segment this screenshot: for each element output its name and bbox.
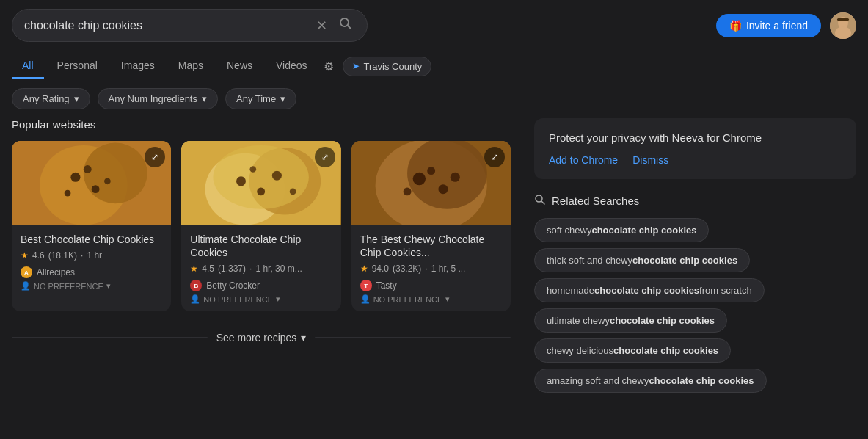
avatar[interactable] bbox=[830, 12, 856, 39]
see-more-row: See more recipes ▾ bbox=[12, 323, 511, 352]
see-more-label: See more recipes bbox=[216, 332, 297, 344]
divider-left bbox=[12, 337, 208, 338]
person-icon-1: 👤 bbox=[21, 281, 31, 291]
tab-images[interactable]: Images bbox=[111, 54, 165, 79]
related-chip-6[interactable]: amazing soft and chewy chocolate chip co… bbox=[534, 369, 767, 393]
svg-point-8 bbox=[84, 143, 147, 204]
recipe-source-1: A Allrecipes bbox=[21, 266, 162, 278]
recipe-image-3: ⤢ bbox=[351, 141, 511, 225]
svg-rect-5 bbox=[837, 18, 849, 21]
rating-dot-1: · bbox=[81, 250, 83, 261]
right-column: Protect your privacy with Neeva for Chro… bbox=[511, 118, 856, 393]
expand-button-3[interactable]: ⤢ bbox=[484, 147, 505, 167]
recipe-card-1[interactable]: ⤢ Best Chocolate Chip Cookies ★ 4.6 (18.… bbox=[12, 141, 171, 311]
no-pref-2[interactable]: 👤 NO PREFERENCE ▾ bbox=[190, 294, 332, 304]
tab-news[interactable]: News bbox=[216, 54, 263, 79]
chevron-2: ▾ bbox=[276, 294, 280, 304]
star-icon-2: ★ bbox=[190, 264, 198, 274]
header: ✕ 🎁 Invite a friend bbox=[0, 0, 868, 51]
privacy-box: Protect your privacy with Neeva for Chro… bbox=[534, 118, 856, 179]
add-to-chrome-link[interactable]: Add to Chrome bbox=[549, 154, 618, 166]
privacy-actions: Add to Chrome Dismiss bbox=[549, 154, 842, 166]
svg-point-29 bbox=[403, 187, 411, 195]
expand-button-2[interactable]: ⤢ bbox=[315, 147, 335, 167]
search-input[interactable] bbox=[24, 19, 307, 32]
avatar-image bbox=[830, 12, 856, 39]
recipe-title-3: The Best Chewy Chocolate Chip Cookies... bbox=[360, 233, 502, 259]
related-chip-6-prefix: amazing soft and chewy bbox=[547, 375, 649, 386]
related-searches-section: Related Searches soft chewy chocolate ch… bbox=[534, 194, 856, 393]
recipe-rating-3: ★ 94.0 (33.2K) · 1 hr, 5 ... bbox=[360, 264, 502, 274]
chevron-1: ▾ bbox=[106, 281, 111, 291]
svg-point-9 bbox=[70, 173, 80, 182]
chevron-down-icon-3: ▾ bbox=[280, 93, 285, 104]
svg-point-27 bbox=[438, 184, 448, 194]
rating-dot-3: · bbox=[425, 264, 427, 274]
related-chip-6-bold: chocolate chip cookies bbox=[649, 375, 754, 386]
recipe-card-3[interactable]: ⤢ The Best Chewy Chocolate Chip Cookies.… bbox=[351, 141, 511, 311]
recipe-card-2[interactable]: ⤢ Ultimate Chocolate Chip Cookies ★ 4.5 … bbox=[181, 141, 340, 311]
filter-icon[interactable]: ⚙ bbox=[324, 59, 334, 73]
related-chip-5[interactable]: chewy delicious chocolate chip cookies bbox=[534, 338, 731, 363]
recipe-title-2: Ultimate Chocolate Chip Cookies bbox=[190, 233, 332, 259]
invite-label: Invite a friend bbox=[746, 20, 808, 32]
location-arrow-icon: ➤ bbox=[352, 61, 360, 71]
recipe-time-1: 1 hr bbox=[87, 250, 102, 261]
left-column: Popular websites ⤢ bbox=[12, 118, 511, 393]
recipe-rating-2: ★ 4.5 (1,337) · 1 hr, 30 m... bbox=[190, 264, 332, 274]
search-button[interactable] bbox=[336, 15, 355, 35]
invite-friend-button[interactable]: 🎁 Invite a friend bbox=[716, 14, 821, 37]
svg-point-30 bbox=[450, 173, 459, 182]
source-icon-3: T bbox=[360, 280, 372, 291]
related-chip-2[interactable]: thick soft and chewy chocolate chip cook… bbox=[534, 248, 750, 272]
recipe-card-body-3: The Best Chewy Chocolate Chip Cookies...… bbox=[351, 225, 511, 311]
time-filter[interactable]: Any Time ▾ bbox=[225, 88, 296, 109]
recipe-rating-1: ★ 4.6 (18.1K) · 1 hr bbox=[21, 250, 162, 261]
source-icon-2: B bbox=[190, 280, 202, 291]
related-chip-3-bold: chocolate chip cookies bbox=[594, 285, 699, 296]
related-chip-2-bold: chocolate chip cookies bbox=[632, 255, 737, 266]
source-name-3: Tasty bbox=[376, 280, 397, 291]
related-searches-title: Related Searches bbox=[534, 194, 856, 208]
svg-point-10 bbox=[92, 185, 100, 193]
chevron-down-icon-4: ▾ bbox=[301, 332, 306, 344]
recipe-image-1: ⤢ bbox=[12, 141, 171, 225]
svg-point-21 bbox=[250, 166, 257, 173]
related-chip-4[interactable]: ultimate chewy chocolate chip cookies bbox=[534, 308, 727, 333]
svg-point-20 bbox=[272, 171, 282, 181]
rating-dot-2: · bbox=[249, 264, 252, 274]
rating-reviews-2: (1,337) bbox=[218, 264, 246, 274]
related-chip-1[interactable]: soft chewy chocolate chip cookies bbox=[534, 218, 709, 242]
no-pref-1[interactable]: 👤 NO PREFERENCE ▾ bbox=[21, 281, 162, 291]
clear-button[interactable]: ✕ bbox=[313, 16, 330, 35]
related-chip-1-bold: chocolate chip cookies bbox=[591, 225, 696, 236]
svg-point-19 bbox=[258, 187, 266, 195]
recipe-source-2: B Betty Crocker bbox=[190, 280, 332, 291]
no-pref-3[interactable]: 👤 NO PREFERENCE ▾ bbox=[360, 294, 502, 304]
search-bar[interactable]: ✕ bbox=[12, 9, 368, 42]
dismiss-link[interactable]: Dismiss bbox=[632, 154, 668, 166]
recipe-source-3: T Tasty bbox=[360, 280, 502, 291]
location-badge[interactable]: ➤ Travis County bbox=[343, 57, 432, 76]
related-chip-1-prefix: soft chewy bbox=[547, 225, 591, 236]
person-icon-3: 👤 bbox=[360, 294, 371, 304]
rating-filter[interactable]: Any Rating ▾ bbox=[12, 88, 90, 109]
svg-point-12 bbox=[84, 165, 92, 173]
related-chip-3[interactable]: homemade chocolate chip cookies from scr… bbox=[534, 278, 765, 302]
svg-point-26 bbox=[412, 173, 425, 185]
tab-videos[interactable]: Videos bbox=[266, 54, 318, 79]
tab-personal[interactable]: Personal bbox=[47, 54, 108, 79]
star-icon-3: ★ bbox=[360, 264, 368, 274]
section-title: Popular websites bbox=[12, 118, 511, 131]
svg-point-17 bbox=[214, 145, 309, 209]
rating-reviews-1: (18.1K) bbox=[48, 250, 77, 261]
search-icon bbox=[534, 194, 546, 208]
tab-maps[interactable]: Maps bbox=[168, 54, 214, 79]
ingredients-filter[interactable]: Any Num Ingredients ▾ bbox=[98, 88, 218, 109]
rating-value-2: 4.5 bbox=[202, 264, 214, 274]
see-more-button[interactable]: See more recipes ▾ bbox=[216, 326, 307, 349]
gift-icon: 🎁 bbox=[729, 20, 742, 32]
recipe-card-body-2: Ultimate Chocolate Chip Cookies ★ 4.5 (1… bbox=[181, 225, 340, 311]
tab-all[interactable]: All bbox=[12, 54, 44, 79]
svg-point-28 bbox=[427, 167, 435, 175]
